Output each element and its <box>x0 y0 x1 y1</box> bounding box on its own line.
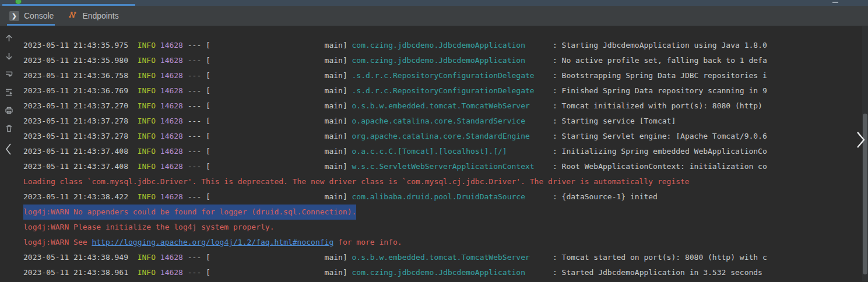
log-segment <box>156 101 160 110</box>
log-segment <box>156 71 160 80</box>
log-segment: .s.d.r.c.RepositoryConfigurationDelegate <box>352 86 553 95</box>
log-line: log4j:WARN No appenders could be found f… <box>23 205 868 220</box>
log-segment <box>156 132 160 140</box>
log-segment: --- [ main] <box>183 56 352 65</box>
tab-console[interactable]: Console <box>5 6 63 26</box>
log-segment: 2023-05-11 21:43:37.408 <box>23 162 138 171</box>
log-segment: com.czing.jdbcdemo.JdbcdemoApplication <box>352 268 553 277</box>
log-segment: 2023-05-11 21:43:35.980 <box>23 56 138 65</box>
log-segment <box>156 147 160 156</box>
console-panel: 2023-05-11 21:43:35.975 INFO 14628 --- [… <box>0 26 868 281</box>
log-segment: 14628 <box>160 117 183 125</box>
log-segment: --- [ main] <box>183 268 352 277</box>
log-segment: --- [ main] <box>183 253 352 262</box>
log-line: Loading class `com.mysql.jdbc.Driver'. T… <box>23 174 868 189</box>
log-segment: INFO <box>138 147 156 156</box>
log-segment: : Finished Spring Data repository scanni… <box>553 86 767 95</box>
log-line: 2023-05-11 21:43:35.980 INFO 14628 --- [… <box>23 53 868 68</box>
log-segment: : Tomcat started on port(s): 8080 (http)… <box>553 253 767 262</box>
log-segment: 14628 <box>160 253 183 262</box>
clear-all-icon[interactable] <box>4 124 14 133</box>
log-segment <box>156 268 160 277</box>
log-segment: com.czing.jdbcdemo.JdbcdemoApplication <box>352 41 553 50</box>
print-icon[interactable] <box>4 105 14 115</box>
log-segment: o.a.c.c.C.[Tomcat].[localhost].[/] <box>352 147 553 156</box>
scroll-to-end-icon[interactable] <box>4 87 14 97</box>
log-line: 2023-05-11 21:43:38.961 INFO 14628 --- [… <box>23 265 868 280</box>
down-arrow-icon[interactable] <box>4 51 14 61</box>
log-segment: : No active profile set, falling back to… <box>553 56 767 65</box>
log-segment: INFO <box>138 101 156 110</box>
log-line: 2023-05-11 21:43:37.278 INFO 14628 --- [… <box>23 129 868 144</box>
log-segment: o.s.b.w.embedded.tomcat.TomcatWebServer <box>352 101 553 110</box>
log-segment: 2023-05-11 21:43:37.408 <box>23 147 138 156</box>
up-arrow-icon[interactable] <box>4 33 14 43</box>
log-segment: com.czing.jdbcdemo.JdbcdemoApplication <box>352 56 553 65</box>
tab-endpoints[interactable]: Endpoints <box>63 6 128 26</box>
log-line: 2023-05-11 21:43:36.769 INFO 14628 --- [… <box>23 83 868 98</box>
log-segment: --- [ main] <box>183 162 352 171</box>
log-segment: 14628 <box>160 41 183 50</box>
log-segment: 14628 <box>160 268 183 277</box>
log-segment: 14628 <box>160 56 183 65</box>
log-line: 2023-05-11 21:43:36.758 INFO 14628 --- [… <box>23 68 868 83</box>
log-segment: INFO <box>138 132 156 140</box>
log-segment: INFO <box>138 86 156 95</box>
log-segment: INFO <box>138 56 156 65</box>
log-segment: .s.d.r.c.RepositoryConfigurationDelegate <box>352 71 553 80</box>
log-segment: : Started JdbcdemoApplication in 3.532 s… <box>553 268 762 277</box>
log-segment: --- [ main] <box>183 147 352 156</box>
log-segment: INFO <box>138 268 156 277</box>
hide-icon[interactable] <box>832 2 838 3</box>
log-segment <box>156 253 160 262</box>
log-line: log4j:WARN See http://logging.apache.org… <box>23 235 868 250</box>
tool-window-tab-bar: Console Endpoints <box>0 6 868 26</box>
log-segment: INFO <box>138 253 156 262</box>
console-icon <box>9 11 19 21</box>
log-segment: INFO <box>138 192 156 201</box>
log-segment: --- [ main] <box>183 41 352 50</box>
log-segment: 14628 <box>160 162 183 171</box>
log-segment: 2023-05-11 21:43:37.278 <box>23 132 138 140</box>
scroll-right-icon[interactable] <box>855 130 866 152</box>
log-segment: INFO <box>138 41 156 50</box>
log-segment: : Starting JdbcdemoApplication using Jav… <box>553 41 767 50</box>
tab-endpoints-label: Endpoints <box>82 11 118 20</box>
log-segment: o.apache.catalina.core.StandardService <box>352 117 553 125</box>
log-segment: INFO <box>138 117 156 125</box>
log-segment: log4j:WARN Please initialize the log4j s… <box>23 223 274 231</box>
log-segment: : {dataSource-1} inited <box>553 192 658 201</box>
console-log[interactable]: 2023-05-11 21:43:35.975 INFO 14628 --- [… <box>17 26 868 281</box>
log-segment: 2023-05-11 21:43:38.949 <box>23 253 138 262</box>
log-segment: log4j:WARN See <box>23 238 92 246</box>
soft-wrap-icon[interactable] <box>4 69 14 79</box>
collapse-left-icon[interactable] <box>4 143 14 153</box>
log-segment: 2023-05-11 21:43:36.769 <box>23 86 138 95</box>
log-segment: 2023-05-11 21:43:37.278 <box>23 117 138 125</box>
log-segment: 14628 <box>160 147 183 156</box>
log-line: 2023-05-11 21:43:35.975 INFO 14628 --- [… <box>23 38 868 53</box>
log-segment <box>156 41 160 50</box>
log-segment: --- [ main] <box>183 132 352 140</box>
log-segment: 2023-05-11 21:43:36.758 <box>23 71 138 80</box>
log-segment: --- [ main] <box>183 192 352 201</box>
log-segment: for more info. <box>333 238 402 246</box>
log-segment: 14628 <box>160 101 183 110</box>
console-toolbar <box>0 26 17 281</box>
log-segment: : Starting Servlet engine: [Apache Tomca… <box>553 132 767 140</box>
endpoints-icon <box>68 10 78 22</box>
log-segment: : Initializing Spring embedded WebApplic… <box>553 147 767 156</box>
log-segment: INFO <box>138 162 156 171</box>
log-segment: 2023-05-11 21:43:35.975 <box>23 41 138 50</box>
log-segment: 2023-05-11 21:43:38.422 <box>23 192 138 201</box>
log-segment: 14628 <box>160 86 183 95</box>
log-segment: org.apache.catalina.core.StandardEngine <box>352 132 553 140</box>
log-link[interactable]: http://logging.apache.org/log4j/1.2/faq.… <box>92 238 333 246</box>
log-segment <box>156 117 160 125</box>
log-segment: : Bootstrapping Spring Data JDBC reposit… <box>553 71 767 80</box>
log-segment: : Tomcat initialized with port(s): 8080 … <box>553 101 762 110</box>
vertical-scrollbar[interactable] <box>862 26 868 281</box>
log-segment: INFO <box>138 71 156 80</box>
log-segment <box>156 56 160 65</box>
tab-console-label: Console <box>24 11 54 20</box>
